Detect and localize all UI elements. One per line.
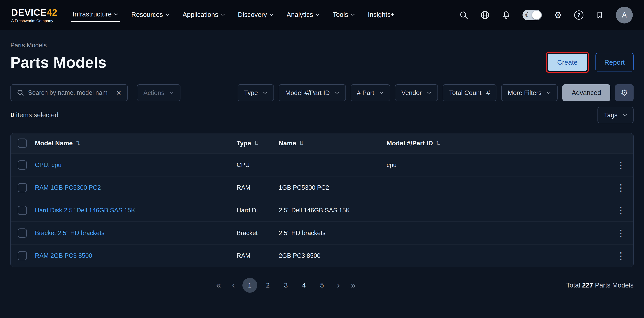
column-header-type[interactable]: Type⇅ [236, 139, 279, 147]
name-cell: 1GB PC5300 PC2 [279, 184, 386, 191]
report-button[interactable]: Report [596, 53, 634, 71]
total-count-filter[interactable]: Total Count # [443, 84, 497, 101]
last-page-button[interactable]: » [348, 278, 359, 293]
items-selected-text: 0items selected [10, 111, 58, 119]
moon-icon: ☾ [525, 11, 531, 19]
row-actions-kebab-icon[interactable]: ⋮ [615, 182, 627, 194]
chevron-down-icon [169, 91, 174, 94]
sort-icon[interactable]: ⇅ [254, 140, 258, 146]
nav-item-label: Tools [333, 11, 348, 19]
nav-item-applications[interactable]: Applications [182, 9, 226, 22]
table-row[interactable]: RAM 1GB PC5300 PC2 RAM 1GB PC5300 PC2 ⋮ [11, 176, 633, 199]
row-checkbox[interactable] [18, 251, 27, 260]
first-page-button[interactable]: « [213, 278, 224, 293]
filter-settings-gear-icon[interactable]: ⚙ [615, 84, 634, 101]
device42-logo[interactable]: DEVICE42 A Freshworks Company [11, 7, 57, 23]
row-actions-kebab-icon[interactable]: ⋮ [615, 227, 627, 239]
row-checkbox[interactable] [18, 206, 27, 215]
page-1-button[interactable]: 1 [242, 278, 257, 293]
main-menu: Infrastructure Resources Applications Di… [72, 0, 396, 30]
search-icon[interactable] [459, 10, 469, 20]
row-actions-kebab-icon[interactable]: ⋮ [615, 159, 627, 171]
type-filter-label: Type [244, 89, 258, 97]
table-row[interactable]: Bracket 2.5" HD brackets Bracket 2.5" HD… [11, 221, 633, 244]
settings-gear-icon[interactable]: ⚙ [553, 10, 563, 20]
chevron-down-icon [114, 13, 118, 16]
advanced-button[interactable]: Advanced [562, 84, 610, 101]
nav-item-tools[interactable]: Tools [332, 9, 356, 22]
column-header-name[interactable]: Name⇅ [279, 139, 386, 147]
model-name-link[interactable]: CPU, cpu [35, 162, 236, 169]
model-name-link[interactable]: Bracket 2.5" HD brackets [35, 229, 236, 237]
table-row[interactable]: RAM 2GB PC3 8500 RAM 2GB PC3 8500 ⋮ [11, 244, 633, 267]
more-filters-dropdown[interactable]: More Filters [501, 84, 558, 101]
clear-search-icon[interactable]: × [116, 89, 121, 97]
page-2-button[interactable]: 2 [260, 278, 275, 293]
previous-page-button[interactable]: ‹ [228, 278, 239, 293]
table-row[interactable]: Hard Disk 2.5" Dell 146GB SAS 15K Hard D… [11, 199, 633, 221]
page-4-button[interactable]: 4 [296, 278, 311, 293]
nav-item-infrastructure[interactable]: Infrastructure [72, 8, 120, 22]
nav-item-analytics[interactable]: Analytics [285, 9, 321, 22]
avatar[interactable]: A [616, 7, 633, 24]
globe-icon[interactable] [480, 10, 490, 20]
chevron-down-icon [351, 14, 355, 16]
name-cell: 2.5" Dell 146GB SAS 15K [279, 207, 386, 214]
select-all-checkbox[interactable] [18, 138, 27, 148]
nav-item-insights[interactable]: Insights+ [367, 9, 396, 22]
name-cell: 2GB PC3 8500 [279, 252, 386, 259]
model-name-link[interactable]: RAM 1GB PC5300 PC2 [35, 184, 236, 191]
row-actions-kebab-icon[interactable]: ⋮ [615, 250, 627, 262]
logo-text: DEVICE42 [11, 7, 57, 18]
tags-dropdown[interactable]: Tags [598, 107, 634, 123]
actions-label: Actions [143, 89, 164, 97]
filter-bar: × Actions Type Model #/Part ID # Part Ve… [10, 84, 634, 101]
page-3-button[interactable]: 3 [278, 278, 293, 293]
nav-item-resources[interactable]: Resources [130, 9, 171, 22]
nav-item-label: Resources [131, 11, 163, 19]
selected-label: items selected [16, 111, 58, 119]
column-header-part-id[interactable]: Model #/Part ID⇅ [386, 139, 613, 147]
table-row[interactable]: CPU, cpu CPU cpu ⋮ [11, 153, 633, 176]
model-name-link[interactable]: Hard Disk 2.5" Dell 146GB SAS 15K [35, 207, 236, 214]
vendor-filter-dropdown[interactable]: Vendor [395, 84, 438, 101]
sort-icon[interactable]: ⇅ [436, 140, 440, 146]
chevron-down-icon [622, 114, 627, 116]
nav-item-label: Applications [183, 11, 218, 19]
part-id-cell: cpu [386, 162, 613, 169]
search-input[interactable] [28, 89, 108, 96]
type-cell: CPU [236, 162, 279, 169]
theme-toggle[interactable]: ☾ [522, 10, 542, 20]
type-filter-dropdown[interactable]: Type [238, 84, 274, 101]
create-button[interactable]: Create [548, 54, 587, 71]
total-prefix: Total [566, 281, 580, 289]
pagination-row: « ‹ 1 2 3 4 5 › » Total 227 Parts Models [10, 276, 634, 294]
sort-icon[interactable]: ⇅ [299, 140, 304, 146]
logo-42: 42 [47, 7, 57, 18]
search-icon [17, 89, 24, 96]
model-name-link[interactable]: RAM 2GB PC3 8500 [35, 252, 236, 259]
model-part-id-filter-dropdown[interactable]: Model #/Part ID [279, 84, 346, 101]
column-label: Type [236, 139, 251, 147]
row-checkbox[interactable] [18, 161, 27, 170]
pagination: « ‹ 1 2 3 4 5 › » [213, 278, 359, 293]
chevron-down-icon [546, 91, 551, 94]
bookmark-icon[interactable] [595, 10, 605, 20]
create-button-highlight: Create [546, 52, 589, 73]
next-page-button[interactable]: › [333, 278, 344, 293]
row-checkbox[interactable] [18, 183, 27, 192]
part-filter-dropdown[interactable]: # Part [351, 84, 390, 101]
bell-icon[interactable] [501, 10, 511, 20]
nav-item-discovery[interactable]: Discovery [237, 9, 275, 22]
column-label: Model Name [35, 139, 72, 147]
page-5-button[interactable]: 5 [314, 278, 330, 293]
actions-dropdown[interactable]: Actions [137, 84, 180, 101]
sort-icon[interactable]: ⇅ [76, 140, 80, 146]
help-icon[interactable]: ? [574, 11, 584, 20]
row-actions-kebab-icon[interactable]: ⋮ [615, 204, 627, 217]
column-label: Model #/Part ID [386, 139, 433, 147]
parts-models-page: DEVICE42 A Freshworks Company Infrastruc… [0, 0, 644, 294]
column-header-model-name[interactable]: Model Name⇅ [35, 139, 236, 147]
column-label: Name [279, 139, 296, 147]
row-checkbox[interactable] [18, 228, 27, 238]
